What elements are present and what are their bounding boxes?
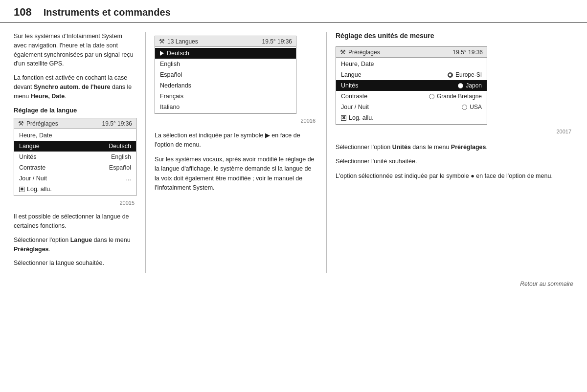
screen2-row-francais[interactable]: Français [155, 91, 296, 102]
screen-prereglages-langue: ⚒ Préréglages 19.5° 19:36 Heure, Date La… [14, 118, 136, 196]
langue-heading: Réglage de la langue [14, 107, 136, 114]
screen2-row-espanol[interactable]: Español [155, 69, 296, 80]
middle-para2: Sur les systèmes vocaux, après avoir mod… [155, 155, 317, 193]
settings-icon: ⚒ [18, 120, 24, 127]
screen1-row-contraste: Contraste Español [14, 162, 136, 173]
right-para2: Sélectionner l'unité souhaitée. [336, 157, 573, 166]
screen3-row-langue: Langue Europe-SI [336, 69, 487, 80]
page-header: 108 Instruments et commandes [0, 0, 587, 23]
back-to-top-link[interactable]: Retour au sommaire [520, 281, 573, 287]
gb-radio [429, 94, 434, 99]
log-allu-checkbox: ✖ [19, 187, 24, 192]
middle-para1: La sélection est indiquée par le symbole… [155, 131, 317, 150]
europe-si-radio [448, 72, 453, 78]
left-intro: Sur les systèmes d'Infotainment System a… [14, 32, 136, 68]
settings-icon2: ⚒ [159, 38, 165, 45]
screen3-code: 20017 [336, 128, 573, 136]
screen1-row-jour-nuit: Jour / Nuit ... [14, 173, 136, 184]
content-area: Sur les systèmes d'Infotainment System a… [0, 23, 587, 278]
japon-radio [458, 83, 463, 88]
play-arrow-icon [160, 51, 164, 56]
screen3-row-unites[interactable]: Unités Japon [336, 80, 487, 91]
left-column: Sur les systèmes d'Infotainment System a… [14, 32, 146, 273]
screen2-temptime: 19.5° 19:36 [262, 38, 292, 45]
left-para2: Sélectionner l'option Langue dans le men… [14, 236, 136, 254]
screen1-body: Heure, Date Langue Deutsch Unités Englis… [14, 129, 136, 196]
footer: Retour au sommaire [0, 278, 587, 291]
units-heading: Réglage des unités de mesure [336, 32, 573, 40]
screen1-row-heure: Heure, Date [14, 130, 136, 141]
screen-prereglages-units: ⚒ Préréglages 19.5° 19:36 Heure, Date La… [336, 46, 487, 125]
right-para3: L'option sélectionnée est indiquée par l… [336, 172, 573, 181]
screen2-code: 20016 [155, 117, 317, 125]
screen2-row-english[interactable]: English [155, 59, 296, 69]
screen1-title: Préréglages [26, 120, 58, 127]
screen2-row-deutsch[interactable]: Deutsch [155, 48, 296, 59]
screen3-row-heure: Heure, Date [336, 59, 487, 69]
screen1-row-langue[interactable]: Langue Deutsch [14, 141, 136, 152]
settings-icon3: ⚒ [340, 48, 346, 56]
screen3-header: ⚒ Préréglages 19.5° 19:36 [336, 47, 487, 58]
screen1-row-unites: Unités English [14, 152, 136, 162]
screen2-header: ⚒ 13 Langues 19.5° 19:36 [155, 36, 296, 47]
page-number: 108 [14, 6, 32, 19]
screen1-header: ⚒ Préréglages 19.5° 19:36 [14, 118, 136, 129]
screen2-row-nederlands[interactable]: Nederlands [155, 80, 296, 91]
screen2-title: 13 Langues [167, 38, 198, 45]
left-intro2: La fonction est activée en cochant la ca… [14, 73, 136, 101]
screen3-row-jour-nuit: Jour / Nuit USA [336, 102, 487, 112]
screen2-body: Deutsch English Español Nederlands Franç… [155, 47, 296, 113]
usa-radio [462, 105, 467, 110]
left-para3: Sélectionner la langue souhaitée. [14, 259, 136, 268]
left-para1: Il est possible de sélectionner la langu… [14, 212, 136, 231]
screen3-title: Préréglages [348, 49, 380, 56]
screen2-row-italiano[interactable]: Italiano [155, 102, 296, 112]
screen1-temptime: 19.5° 19:36 [102, 120, 132, 127]
screen3-body: Heure, Date Langue Europe-SI Unités Japo… [336, 58, 487, 124]
screen3-temptime: 19.5° 19:36 [452, 49, 483, 56]
screen1-code: 20015 [14, 199, 136, 207]
right-column: Réglage des unités de mesure ⚒ Préréglag… [327, 32, 573, 273]
screen-langues: ⚒ 13 Langues 19.5° 19:36 Deutsch English… [155, 36, 296, 114]
screen3-row-contraste: Contraste Grande Bretagne [336, 91, 487, 102]
log-allu-checkbox2: ✖ [341, 115, 346, 121]
screen1-row-log-allu: ✖ Log. allu. [14, 184, 136, 195]
screen3-row-log-allu: ✖ Log. allu. [336, 112, 487, 123]
right-para1: Sélectionner l'option Unités dans le men… [336, 143, 573, 152]
page-title: Instruments et commandes [44, 7, 171, 18]
middle-column: ⚒ 13 Langues 19.5° 19:36 Deutsch English… [146, 32, 327, 273]
